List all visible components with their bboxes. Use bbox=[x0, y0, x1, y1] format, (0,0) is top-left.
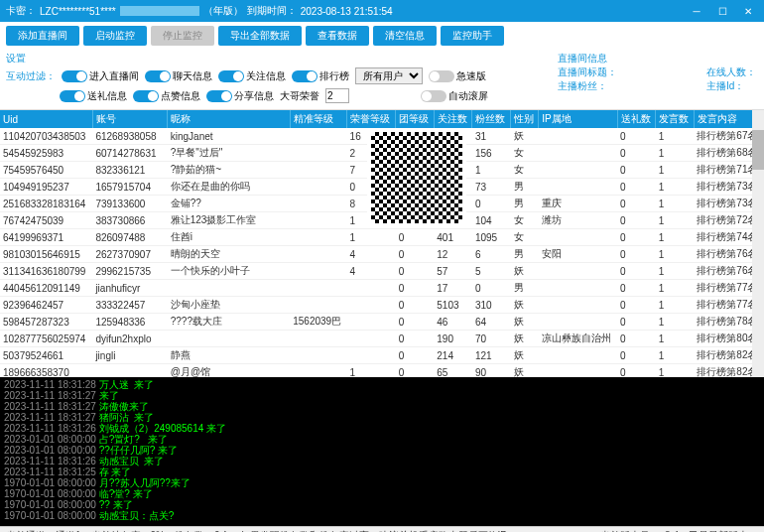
table-row[interactable]: 189666358370@月@馆106590妖01排行榜第82名 bbox=[0, 364, 764, 378]
table-row[interactable]: 981030156469152627370907晴朗的天空40126男安阳01排… bbox=[0, 246, 764, 263]
console-line: 2023-11-11 18:31:26 刘钺成（2）249085614 来了 bbox=[4, 423, 760, 434]
col-header[interactable]: 账号 bbox=[92, 110, 167, 128]
table-row[interactable]: 92396462457333322457沙甸小座垫05103310妖01排行榜第… bbox=[0, 297, 764, 314]
col-header[interactable]: 昵称 bbox=[168, 110, 291, 128]
toggle-chat[interactable] bbox=[145, 70, 171, 82]
col-header[interactable]: 荣誉等级 bbox=[347, 110, 396, 128]
qr-code bbox=[367, 128, 466, 227]
console-line: 2023-11-11 18:31:27 涛傲傲来了 bbox=[4, 401, 760, 412]
toggle-rapid[interactable] bbox=[429, 70, 454, 82]
close-button[interactable]: ✕ bbox=[738, 4, 758, 18]
table-row[interactable]: 64199969371826097488住酋i104011095女01排行榜第7… bbox=[0, 229, 764, 246]
expire-label: 到期时间： bbox=[247, 4, 297, 18]
col-header[interactable]: 性别 bbox=[511, 110, 539, 128]
col-header[interactable]: Uid bbox=[0, 110, 92, 128]
col-header[interactable]: IP属地 bbox=[539, 110, 617, 128]
card-label: 卡密： bbox=[6, 4, 36, 18]
start-monitor-button[interactable]: 启动监控 bbox=[83, 26, 147, 46]
titlebar: 卡密： LZC********51**** （年版） 到期时间： 2023-08… bbox=[0, 0, 764, 22]
monitor-helper-button[interactable]: 监控助手 bbox=[441, 26, 504, 46]
console-line: 1970-01-01 08:00:00 月??苏人几阿??来了 bbox=[4, 477, 760, 488]
card-mask bbox=[120, 6, 199, 16]
toggle-enter-room[interactable] bbox=[62, 70, 87, 82]
col-header[interactable]: 精准等级 bbox=[290, 110, 346, 128]
console-line: 2023-11-11 18:31:25 存 来了 bbox=[4, 466, 760, 477]
col-header[interactable]: 送礼数 bbox=[617, 110, 656, 128]
user-select[interactable]: 所有用户 bbox=[355, 67, 423, 84]
settings-panel: 设置 互动过滤： 进入直播间 聊天信息 关注信息 排行榜 所有用户 急速版 送礼… bbox=[0, 50, 764, 109]
maximize-button[interactable]: ☐ bbox=[712, 4, 732, 18]
scrollbar[interactable] bbox=[752, 110, 764, 377]
table-row[interactable]: 50379524661jingli静燕0214121妖01排行榜第82名 bbox=[0, 347, 764, 364]
table-row[interactable]: 102877756025974dyifun2hxplo019070妖凉山彝族自治… bbox=[0, 331, 764, 347]
console-line: 2023-11-11 18:31:26 动感宝贝 来了 bbox=[4, 456, 760, 466]
console[interactable]: 2023-11-11 18:31:28 万人迷 来了2023-11-11 18:… bbox=[0, 377, 764, 526]
add-room-button[interactable]: 添加直播间 bbox=[6, 26, 79, 46]
toggle-autoscroll[interactable] bbox=[421, 90, 446, 102]
toolbar: 添加直播间 启动监控 停止监控 导出全部数据 查看数据 清空信息 监控助手 bbox=[0, 22, 764, 50]
console-line: 1970-01-01 08:00:00 ?? 来了 bbox=[4, 499, 760, 510]
statusbar: 当前通道：通道1，当前抽包率：0%，推包数：0个，如果发现推包数和推包率过高，建… bbox=[0, 526, 764, 532]
col-header[interactable]: 团等级 bbox=[396, 110, 435, 128]
toggle-share[interactable] bbox=[206, 90, 232, 102]
col-header[interactable]: 关注数 bbox=[434, 110, 472, 128]
console-line: 2023-01-01 08:00:00 占?置灯? 来了 bbox=[4, 434, 760, 445]
expire-value: 2023-08-13 21:51:54 bbox=[301, 6, 393, 17]
toggle-follow[interactable] bbox=[218, 70, 244, 82]
view-data-button[interactable]: 查看数据 bbox=[306, 26, 369, 46]
console-line: 2023-01-01 08:00:00 ??仔仔几阿? 来了 bbox=[4, 445, 760, 456]
table-row[interactable]: 3113416361807992996215735一个快乐的小叶子40575妖0… bbox=[0, 263, 764, 280]
minimize-button[interactable]: ─ bbox=[687, 4, 706, 18]
room-info: 直播间信息 直播间标题：在线人数： 主播粉丝：主播Id： bbox=[558, 52, 756, 93]
honor-num-input[interactable] bbox=[325, 88, 349, 103]
col-header[interactable]: 粉丝数 bbox=[472, 110, 511, 128]
version: （年版） bbox=[203, 4, 243, 18]
filter-label: 互动过滤： bbox=[6, 69, 56, 83]
console-line: 2023-11-11 18:31:27 来了 bbox=[4, 390, 760, 401]
data-table-wrap[interactable]: Uid账号昵称精准等级荣誉等级团等级关注数粉丝数性别IP属地送礼数发言数发言内容… bbox=[0, 109, 764, 377]
stop-monitor-button[interactable]: 停止监控 bbox=[151, 26, 214, 46]
toggle-gift[interactable] bbox=[60, 90, 85, 102]
card-value: LZC********51**** bbox=[40, 6, 116, 17]
console-line: 1970-01-01 08:00:00 临?堂? 来了 bbox=[4, 488, 760, 499]
table-row[interactable]: 44045612091149jianhuficyr0170男01排行榜第77名 bbox=[0, 280, 764, 297]
export-all-button[interactable]: 导出全部数据 bbox=[218, 26, 302, 46]
clear-info-button[interactable]: 清空信息 bbox=[373, 26, 437, 46]
console-line: 1970-01-01 08:00:00 动感宝贝：点关? bbox=[4, 510, 760, 521]
col-header[interactable]: 发言数 bbox=[656, 110, 695, 128]
table-row[interactable]: 598457287323125948336????载大庄1562039巴0466… bbox=[0, 314, 764, 331]
console-line: 2023-11-11 18:31:28 万人迷 来了 bbox=[4, 379, 760, 390]
toggle-rank[interactable] bbox=[292, 70, 318, 82]
toggle-like[interactable] bbox=[133, 90, 159, 102]
console-line: 2023-11-11 18:31:27 猪阿沾 来了 bbox=[4, 412, 760, 423]
